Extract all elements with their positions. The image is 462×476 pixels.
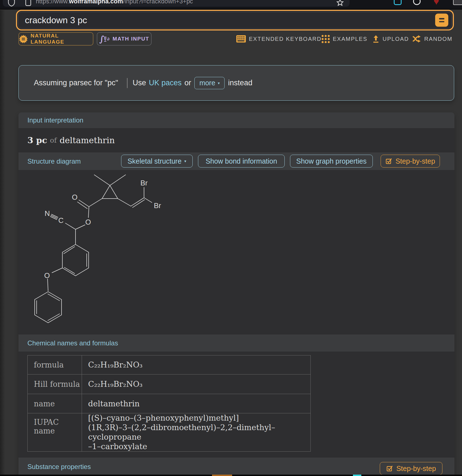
url-prefix: https://www.	[36, 0, 69, 5]
row-label: name	[28, 394, 82, 413]
substance-properties-header: Substance properties Step-by-step	[18, 458, 454, 476]
math-input-icon: ∫ πΣ ∂	[99, 34, 110, 44]
structure-diagram-body: O O N C O Br Br	[18, 170, 454, 334]
url-domain: wolframalpha.com	[69, 0, 123, 5]
checkbox-check-icon	[386, 465, 393, 472]
window-edge-shadow	[0, 10, 5, 476]
upload-icon	[372, 35, 379, 43]
skeletal-structure-label: Skeletal structure	[128, 157, 181, 165]
input-interpretation-title: Input interpretation	[27, 116, 83, 124]
chemical-names-title: Chemical names and formulas	[27, 339, 118, 347]
tab-math-input[interactable]: ∫ πΣ ∂ MATH INPUT	[97, 32, 152, 46]
row-value: [(S)–cyano–(3–phenoxyphenyl)methyl] (1R,…	[82, 413, 311, 452]
row-label: IUPAC name	[28, 413, 82, 452]
show-bond-information-label: Show bond information	[206, 157, 277, 165]
assumption-box: Assuming parsec for "pc" Use UK paces or…	[18, 65, 454, 101]
substance-properties-title: Substance properties	[27, 463, 91, 471]
chemical-names-table: formula C₂₂H₁₉Br₂NO₃ Hill formula C₂₂H₁₉…	[27, 355, 311, 452]
row-value: C₂₂H₁₉Br₂NO₃	[82, 355, 311, 374]
extended-keyboard-label: EXTENDED KEYBOARD	[249, 36, 322, 42]
assumption-or-word: or	[184, 79, 191, 87]
of-word: of	[50, 136, 57, 144]
bromine-top-label: Br	[140, 179, 148, 187]
upload-button[interactable]: UPLOAD	[372, 34, 409, 44]
equals-icon	[439, 21, 444, 22]
chemical-names-body: formula C₂₂H₁₉Br₂NO₃ Hill formula C₂₂H₁₉…	[18, 352, 454, 458]
window-thumbnail-icon[interactable]	[453, 0, 462, 5]
show-bond-information-button[interactable]: Show bond information	[198, 155, 285, 168]
row-label: formula	[28, 355, 82, 374]
more-label: more	[199, 79, 215, 87]
deltamethrin-skeletal-structure: O O N C O Br Br	[18, 170, 454, 334]
keyboard-icon	[236, 35, 246, 43]
random-button[interactable]: RANDOM	[412, 34, 452, 44]
shuffle-icon	[412, 35, 421, 43]
nitrile-carbon-label: C	[58, 216, 64, 225]
random-label: RANDOM	[424, 36, 452, 42]
url-text[interactable]: https://www.wolframalpha.com/input?i=cra…	[36, 0, 193, 5]
ester-oxygen-label: O	[85, 218, 91, 226]
substance-name: deltamethrin	[60, 135, 115, 145]
tab-natural-language[interactable]: NATURAL LANGUAGE	[18, 32, 93, 46]
assumption-use-word: Use	[133, 79, 146, 87]
upload-label: UPLOAD	[383, 36, 409, 42]
more-dropdown[interactable]: more ▾	[194, 77, 225, 89]
phenoxy-oxygen-label: O	[44, 271, 50, 280]
starburst-equals-icon	[19, 34, 28, 43]
table-row: formula C₂₂H₁₉Br₂NO₃	[28, 355, 311, 374]
url-path: /input?i=crackdown+3+pc	[123, 0, 193, 5]
chevron-down-icon: ▾	[218, 81, 220, 85]
step-by-step-button[interactable]: Step-by-step	[381, 155, 440, 168]
row-label: Hill formula	[28, 374, 82, 394]
browser-address-bar: https://www.wolframalpha.com/input?i=cra…	[0, 0, 462, 10]
page-icon[interactable]	[25, 0, 31, 6]
chemical-names-header: Chemical names and formulas	[18, 334, 454, 352]
checkbox-check-icon	[385, 157, 393, 165]
assumption-text: Assuming parsec for "pc"	[34, 79, 118, 87]
assumption-suffix: instead	[228, 79, 252, 87]
divider	[127, 78, 128, 88]
shield-icon[interactable]	[8, 0, 15, 6]
uk-paces-link[interactable]: UK paces	[149, 79, 181, 87]
url-field[interactable]: https://www.wolframalpha.com/input?i=cra…	[3, 0, 350, 7]
step-by-step-label: Step-by-step	[396, 465, 436, 473]
show-graph-properties-button[interactable]: Show graph properties	[290, 155, 373, 168]
account-icon[interactable]	[413, 0, 421, 5]
results-pod: Input interpretation 3 pc of deltamethri…	[18, 112, 454, 476]
background-window-fragment	[212, 475, 232, 476]
examples-grid-icon	[322, 35, 330, 43]
query-input[interactable]	[25, 12, 411, 28]
show-graph-properties-label: Show graph properties	[296, 157, 367, 165]
structure-diagram-title: Structure diagram	[27, 157, 81, 165]
table-row: name deltamethrin	[28, 394, 311, 413]
input-interpretation-header: Input interpretation	[18, 112, 454, 128]
examples-label: EXAMPLES	[333, 36, 367, 42]
step-by-step-button[interactable]: Step-by-step	[380, 462, 442, 475]
nitrile-nitrogen-label: N	[45, 209, 50, 218]
tab-math-input-label: MATH INPUT	[113, 36, 149, 42]
wolframalpha-page: https://www.wolframalpha.com/input?i=cra…	[0, 0, 462, 476]
chevron-down-icon: ▾	[184, 159, 186, 163]
carbonyl-oxygen-label: O	[72, 193, 77, 201]
structure-diagram-header: Structure diagram Skeletal structure ▾ S…	[18, 152, 454, 170]
table-row: Hill formula C₂₂H₁₉Br₂NO₃	[28, 374, 311, 394]
heart-badge-icon[interactable]: ♥	[433, 0, 439, 7]
row-value: C₂₂H₁₉Br₂NO₃	[82, 374, 311, 394]
examples-button[interactable]: EXAMPLES	[322, 34, 367, 44]
equals-icon	[439, 18, 444, 20]
query-box-inner	[18, 12, 452, 29]
query-box	[16, 10, 454, 30]
skeletal-structure-dropdown[interactable]: Skeletal structure ▾	[121, 155, 193, 168]
background-window-fragment	[353, 475, 361, 476]
window-bottom-edge	[0, 475, 462, 476]
extended-keyboard-button[interactable]: EXTENDED KEYBOARD	[236, 34, 322, 44]
extension-icon[interactable]	[394, 0, 402, 5]
step-by-step-label: Step-by-step	[395, 157, 435, 165]
bromine-right-label: Br	[154, 201, 161, 210]
input-interpretation-result: 3 pc of deltamethrin	[18, 128, 454, 152]
compute-button[interactable]	[435, 14, 448, 27]
bookmark-star-icon[interactable]	[336, 0, 344, 6]
row-value: deltamethrin	[82, 394, 311, 413]
quantity-value: 3 pc	[27, 135, 47, 145]
table-row: IUPAC name [(S)–cyano–(3–phenoxyphenyl)m…	[28, 413, 311, 452]
